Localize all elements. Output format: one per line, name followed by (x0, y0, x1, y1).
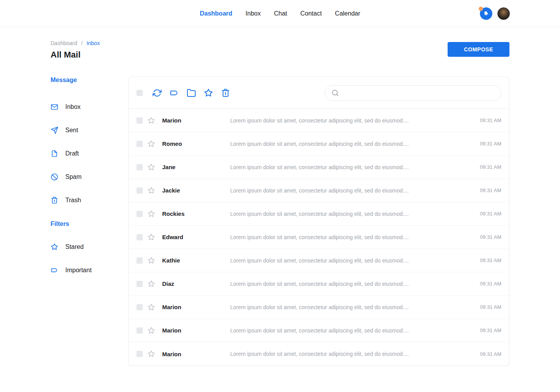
star-icon[interactable] (204, 88, 213, 98)
message-preview: Lorem ipsum dolor sit amet, consectetur … (230, 234, 474, 240)
star-icon[interactable] (147, 163, 155, 171)
row-checkbox[interactable] (136, 257, 143, 264)
nav-item-inbox[interactable]: Inbox (245, 10, 261, 17)
label-icon[interactable] (170, 88, 179, 98)
sidebar-item-stared[interactable]: Stared (51, 235, 128, 259)
message-time: 09:31 AM (480, 117, 501, 123)
message-time: 09:31 AM (480, 281, 501, 287)
star-icon[interactable] (147, 257, 155, 264)
mail-row[interactable]: Rockies Lorem ipsum dolor sit amet, cons… (129, 202, 509, 226)
breadcrumb-dashboard[interactable]: Dashboard (51, 40, 77, 46)
sender-name: Marion (162, 327, 230, 334)
mail-row[interactable]: Marion Lorem ipsum dolor sit amet, conse… (129, 342, 509, 366)
message-time: 09:31 AM (480, 211, 501, 217)
sidebar-item-label: Spam (65, 173, 82, 180)
sidebar-item-draft[interactable]: Draft (51, 142, 128, 165)
sender-name: Marion (162, 304, 230, 310)
search-input[interactable] (343, 90, 495, 96)
sidebar-heading-filters: Filters (51, 220, 128, 228)
sidebar-item-label: Draft (65, 150, 79, 157)
mail-row[interactable]: Marion Lorem ipsum dolor sit amet, conse… (129, 109, 509, 132)
search-box (325, 85, 501, 101)
sidebar-item-important[interactable]: Important (51, 259, 128, 282)
mail-toolbar (129, 77, 509, 109)
sender-name: Marion (162, 351, 230, 357)
row-checkbox[interactable] (136, 304, 143, 310)
star-icon[interactable] (147, 327, 155, 334)
paper-plane-icon (51, 126, 58, 134)
nav-item-calendar[interactable]: Calendar (335, 10, 360, 17)
message-preview: Lorem ipsum dolor sit amet, consectetur … (230, 141, 474, 147)
sidebar-item-spam[interactable]: Spam (51, 165, 128, 189)
message-time: 09:31 AM (480, 234, 501, 240)
label-icon (51, 266, 58, 274)
row-checkbox[interactable] (136, 187, 143, 194)
row-checkbox[interactable] (136, 141, 143, 147)
compose-button[interactable]: COMPOSE (448, 42, 509, 57)
sender-name: Edward (162, 234, 230, 240)
star-icon[interactable] (147, 187, 155, 194)
row-checkbox[interactable] (136, 117, 143, 124)
nav-item-dashboard[interactable]: Dashboard (200, 10, 233, 17)
row-checkbox[interactable] (136, 211, 143, 217)
message-preview: Lorem ipsum dolor sit amet, consectetur … (230, 117, 474, 124)
row-checkbox[interactable] (136, 351, 143, 357)
sidebar-item-label: Stared (65, 243, 84, 250)
mail-card: Marion Lorem ipsum dolor sit amet, conse… (128, 77, 509, 366)
mail-row[interactable]: Marion Lorem ipsum dolor sit amet, conse… (129, 319, 509, 342)
star-icon[interactable] (147, 233, 155, 241)
mail-row[interactable]: Marion Lorem ipsum dolor sit amet, conse… (129, 296, 509, 319)
sidebar-item-label: Trash (65, 197, 81, 204)
star-icon[interactable] (147, 140, 155, 148)
message-preview: Lorem ipsum dolor sit amet, consectetur … (230, 211, 474, 217)
user-avatar[interactable] (497, 7, 510, 20)
star-icon[interactable] (147, 350, 155, 358)
row-checkbox[interactable] (136, 234, 143, 240)
row-checkbox[interactable] (136, 164, 143, 170)
star-icon[interactable] (147, 210, 155, 218)
mail-row[interactable]: Jane Lorem ipsum dolor sit amet, consect… (129, 156, 509, 179)
row-checkbox[interactable] (136, 327, 143, 334)
mail-panel: Marion Lorem ipsum dolor sit amet, conse… (128, 77, 509, 366)
sidebar-filters-list: Stared Important (51, 235, 128, 282)
message-time: 09:31 AM (480, 257, 501, 263)
message-time: 09:31 AM (480, 187, 501, 193)
mail-row[interactable]: Romeo Lorem ipsum dolor sit amet, consec… (129, 132, 509, 156)
sidebar-item-trash[interactable]: Trash (51, 189, 128, 212)
mail-row[interactable]: Edward Lorem ipsum dolor sit amet, conse… (129, 226, 509, 249)
sidebar-heading-message: Message (51, 77, 128, 84)
trash-icon[interactable] (221, 88, 230, 98)
main-nav: Dashboard Inbox Chat Contact Calendar (200, 10, 360, 17)
folder-icon[interactable] (187, 88, 196, 98)
page-head: Dashboard / Inbox All Mail COMPOSE (0, 27, 560, 60)
star-icon (51, 243, 58, 251)
mail-row[interactable]: Jackie Lorem ipsum dolor sit amet, conse… (129, 179, 509, 202)
message-time: 09:31 AM (480, 141, 501, 147)
sender-name: Marion (162, 117, 230, 124)
sidebar-item-label: Inbox (65, 103, 80, 110)
star-icon[interactable] (147, 117, 155, 124)
mail-row[interactable]: Diaz Lorem ipsum dolor sit amet, consect… (129, 272, 509, 296)
sidebar-message-list: Inbox Sent Draft Spam (51, 95, 128, 212)
notification-bell-icon[interactable] (480, 7, 492, 20)
search-icon (331, 89, 339, 97)
star-icon[interactable] (147, 303, 155, 311)
message-preview: Lorem ipsum dolor sit amet, consectetur … (230, 304, 474, 310)
file-icon (51, 150, 58, 158)
sidebar-item-sent[interactable]: Sent (51, 119, 128, 142)
breadcrumb-inbox[interactable]: Inbox (86, 40, 100, 46)
sidebar-item-inbox[interactable]: Inbox (51, 95, 128, 119)
row-checkbox[interactable] (136, 281, 143, 287)
mail-row[interactable]: Kathie Lorem ipsum dolor sit amet, conse… (129, 249, 509, 272)
nav-item-chat[interactable]: Chat (274, 10, 287, 17)
nav-item-contact[interactable]: Contact (300, 10, 322, 17)
message-preview: Lorem ipsum dolor sit amet, consectetur … (230, 164, 474, 170)
refresh-icon[interactable] (152, 88, 162, 98)
message-time: 09:31 AM (480, 351, 501, 357)
envelope-icon (51, 103, 58, 111)
star-icon[interactable] (147, 280, 155, 288)
select-all-checkbox[interactable] (136, 90, 143, 96)
sidebar-item-label: Sent (65, 127, 78, 134)
header-actions (480, 7, 510, 20)
message-preview: Lorem ipsum dolor sit amet, consectetur … (230, 281, 474, 287)
